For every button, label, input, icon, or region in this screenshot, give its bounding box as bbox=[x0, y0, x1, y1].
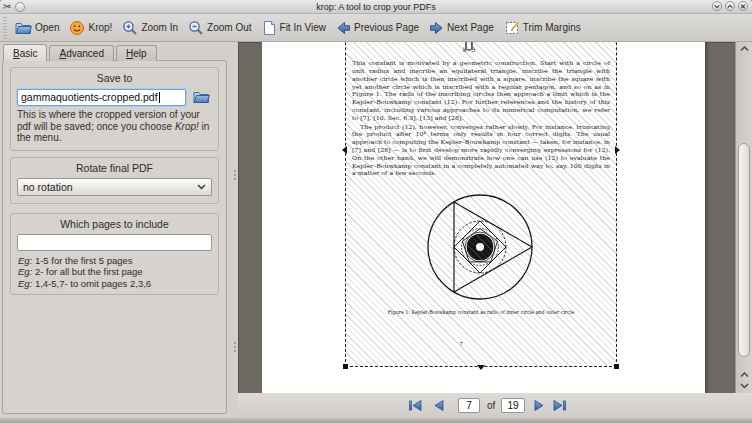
selection-handle-left[interactable] bbox=[342, 146, 347, 154]
trim-margins-icon bbox=[504, 20, 520, 36]
crop-selection[interactable] bbox=[345, 42, 617, 367]
selection-handle-bottom[interactable] bbox=[477, 365, 485, 370]
pdf-page: ∏k=3√k This constant is motivated by a g… bbox=[262, 42, 705, 393]
chevron-down-icon bbox=[713, 2, 721, 11]
folder-icon bbox=[193, 90, 210, 104]
previous-page-button[interactable]: Previous Page bbox=[332, 19, 425, 37]
arrow-left-icon bbox=[336, 21, 351, 35]
save-to-group: Save to gammaquotients-cropped.pdf bbox=[10, 67, 219, 151]
zoom-out-icon bbox=[188, 20, 204, 36]
krop-label: Krop! bbox=[88, 22, 112, 33]
fit-in-view-button[interactable]: Fit In View bbox=[258, 18, 333, 38]
save-filename-input[interactable]: gammaquotients-cropped.pdf bbox=[17, 89, 186, 106]
pages-examples: Eg: 1-5 for the first 5 pages Eg: 2- for… bbox=[18, 255, 212, 290]
previous-page-label: Previous Page bbox=[354, 22, 419, 33]
go-last-icon bbox=[552, 399, 567, 412]
pages-input[interactable] bbox=[17, 234, 212, 251]
save-help-text: This is where the cropped version of you… bbox=[17, 109, 212, 144]
rotation-select[interactable]: no rotation bbox=[17, 178, 212, 196]
open-label: Open bbox=[35, 22, 59, 33]
example-line: Eg: 1-5 for the first 5 pages bbox=[18, 255, 212, 267]
total-pages-field[interactable]: 19 bbox=[501, 398, 525, 413]
next-page-button[interactable]: Next Page bbox=[425, 19, 500, 37]
scissors-icon: ✂ bbox=[3, 2, 11, 12]
zoom-out-label: Zoom Out bbox=[207, 22, 251, 33]
window-menu-button[interactable] bbox=[15, 2, 25, 12]
tab-advanced[interactable]: Advanced bbox=[49, 45, 113, 61]
example-line: Eg: 2- for all but the first page bbox=[18, 266, 212, 278]
page-of-label: of bbox=[487, 400, 495, 411]
save-to-title: Save to bbox=[15, 71, 214, 87]
close-button[interactable] bbox=[738, 1, 748, 11]
browse-file-button[interactable] bbox=[190, 88, 212, 106]
title-bar[interactable]: krop: A tool to crop your PDFs ✂ bbox=[0, 0, 752, 14]
chevron-down-icon bbox=[197, 184, 206, 190]
next-page-label: Next Page bbox=[447, 22, 494, 33]
selection-handle-bottom-right[interactable] bbox=[614, 364, 619, 369]
zoom-in-button[interactable]: Zoom In bbox=[118, 18, 184, 38]
maximize-button[interactable] bbox=[725, 1, 735, 11]
app-window: krop: A tool to crop your PDFs ✂ Open bbox=[0, 0, 752, 423]
zoom-in-icon bbox=[122, 20, 138, 36]
last-page-button[interactable] bbox=[552, 398, 567, 416]
pdf-viewer[interactable]: ∏k=3√k This constant is motivated by a g… bbox=[238, 42, 752, 393]
fit-in-view-label: Fit In View bbox=[280, 22, 327, 33]
toolbar-drag-handle[interactable] bbox=[3, 17, 7, 39]
minimize-button[interactable] bbox=[712, 1, 722, 11]
scroll-up-button[interactable] bbox=[739, 45, 750, 53]
arrow-left-icon bbox=[432, 399, 445, 412]
basic-tab-pane: Save to gammaquotients-cropped.pdf bbox=[2, 60, 227, 414]
chevron-up-icon bbox=[726, 2, 734, 11]
chevron-up-icon bbox=[740, 372, 749, 378]
next-page-nav-button[interactable] bbox=[533, 398, 546, 416]
window-title: krop: A tool to crop your PDFs bbox=[0, 2, 752, 12]
rotate-title: Rotate final PDF bbox=[15, 161, 214, 177]
arrow-right-icon bbox=[429, 21, 444, 35]
tab-basic[interactable]: Basic bbox=[3, 44, 47, 61]
chevron-down-icon bbox=[740, 383, 749, 389]
scroll-up-button-bottom[interactable] bbox=[739, 371, 750, 379]
toolbar: Open Krop! Zoom In Zoom Ou bbox=[0, 14, 752, 42]
selection-handle-bottom-left[interactable] bbox=[343, 364, 348, 369]
folder-open-icon bbox=[15, 20, 32, 35]
scroll-down-button[interactable] bbox=[739, 382, 750, 390]
smiley-icon bbox=[69, 20, 85, 36]
rotate-group: Rotate final PDF no rotation bbox=[10, 157, 219, 204]
zoom-in-label: Zoom In bbox=[141, 22, 178, 33]
zoom-out-button[interactable]: Zoom Out bbox=[184, 18, 257, 38]
arrow-right-icon bbox=[533, 399, 546, 412]
sidebar: Basic Advanced Help Save to gammaquotien… bbox=[0, 42, 232, 423]
tab-bar: Basic Advanced Help bbox=[0, 42, 232, 61]
close-icon bbox=[739, 2, 747, 11]
pages-title: Which pages to include bbox=[15, 217, 214, 233]
krop-button[interactable]: Krop! bbox=[65, 18, 118, 38]
fit-in-view-icon bbox=[262, 20, 277, 36]
previous-page-nav-button[interactable] bbox=[432, 398, 445, 416]
example-line: Eg: 1,4-5,7- to omit pages 2,3,6 bbox=[18, 278, 212, 290]
trim-margins-label: Trim Margins bbox=[523, 22, 581, 33]
go-first-icon bbox=[408, 399, 423, 412]
scrollbar-thumb[interactable] bbox=[738, 143, 750, 357]
open-button[interactable]: Open bbox=[11, 18, 65, 37]
trim-margins-button[interactable]: Trim Margins bbox=[500, 18, 587, 38]
chevron-up-icon bbox=[740, 46, 749, 52]
selection-handle-right[interactable] bbox=[615, 146, 620, 154]
first-page-button[interactable] bbox=[408, 398, 423, 416]
pages-group: Which pages to include Eg: 1-5 for the f… bbox=[10, 213, 219, 296]
text-cursor bbox=[159, 92, 160, 103]
tab-help[interactable]: Help bbox=[116, 45, 157, 61]
current-page-field[interactable]: 7 bbox=[458, 398, 480, 413]
vertical-scrollbar[interactable] bbox=[735, 42, 752, 393]
window-bottom-edge bbox=[0, 418, 752, 423]
